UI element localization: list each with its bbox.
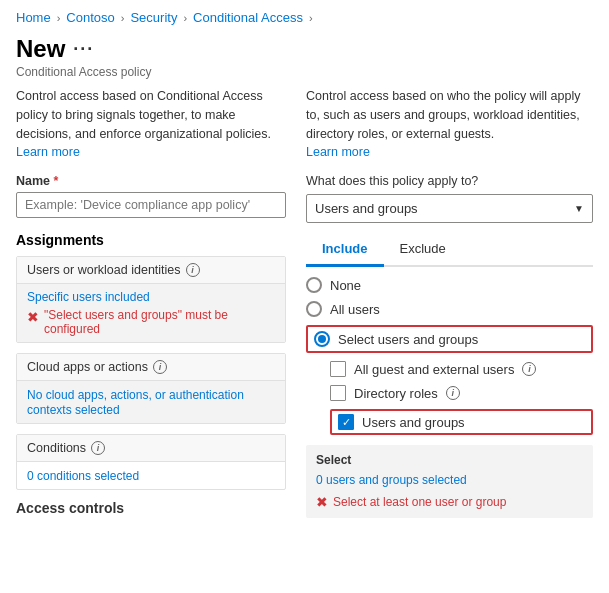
page-title-text: New <box>16 35 65 63</box>
radio-circle-none <box>306 277 322 293</box>
checkbox-guest-external[interactable]: All guest and external users i <box>330 361 593 377</box>
select-error: ✖ Select at least one user or group <box>316 493 583 510</box>
breadcrumb: Home › Contoso › Security › Conditional … <box>0 0 609 31</box>
dropdown-label: What does this policy apply to? <box>306 174 593 188</box>
name-input[interactable] <box>16 192 286 218</box>
conditions-box-body: 0 conditions selected <box>17 462 285 489</box>
dots-menu-button[interactable]: ··· <box>73 39 94 60</box>
policy-applies-dropdown[interactable]: Users and groups ▼ <box>306 194 593 223</box>
radio-select-users-label: Select users and groups <box>338 332 478 347</box>
right-description: Control access based on who the policy w… <box>306 87 593 162</box>
cloud-apps-box-body: No cloud apps, actions, or authenticatio… <box>17 381 285 423</box>
cloud-apps-info-icon[interactable]: i <box>153 360 167 374</box>
breadcrumb-sep-4: › <box>309 12 313 24</box>
select-section: Select 0 users and groups selected ✖ Sel… <box>306 445 593 518</box>
left-panel: Control access based on Conditional Acce… <box>16 87 286 518</box>
select-label: Select <box>316 453 583 467</box>
cloud-apps-text: No cloud apps, actions, or authenticatio… <box>27 388 244 417</box>
checkbox-users-groups[interactable]: Users and groups <box>330 409 593 435</box>
radio-all-users-label: All users <box>330 302 380 317</box>
identities-box: Users or workload identities i Specific … <box>16 256 286 343</box>
cloud-apps-box: Cloud apps or actions i No cloud apps, a… <box>16 353 286 424</box>
assignments-title: Assignments <box>16 232 286 248</box>
tab-exclude[interactable]: Exclude <box>384 235 462 267</box>
checkbox-users-groups-box[interactable] <box>338 414 354 430</box>
breadcrumb-sep-1: › <box>57 12 61 24</box>
right-panel: Control access based on who the policy w… <box>306 87 593 518</box>
identities-box-body: Specific users included ✖ "Select users … <box>17 284 285 342</box>
required-star: * <box>54 174 59 188</box>
checkbox-guest-external-label: All guest and external users <box>354 362 514 377</box>
guest-external-info-icon[interactable]: i <box>522 362 536 376</box>
identities-info-icon[interactable]: i <box>186 263 200 277</box>
directory-roles-info-icon[interactable]: i <box>446 386 460 400</box>
breadcrumb-contoso[interactable]: Contoso <box>66 10 114 25</box>
cloud-apps-box-header[interactable]: Cloud apps or actions i <box>17 354 285 381</box>
error-circle-icon: ✖ <box>27 309 39 325</box>
dropdown-arrow-icon: ▼ <box>574 203 584 214</box>
radio-all-users[interactable]: All users <box>306 301 593 317</box>
checkbox-directory-roles[interactable]: Directory roles i <box>330 385 593 401</box>
identities-box-header[interactable]: Users or workload identities i <box>17 257 285 284</box>
radio-circle-all-users <box>306 301 322 317</box>
checkbox-group: All guest and external users i Directory… <box>330 361 593 435</box>
conditions-info-icon[interactable]: i <box>91 441 105 455</box>
identities-sub: Specific users included <box>27 290 275 304</box>
name-field-label: Name * <box>16 174 286 188</box>
checkbox-guest-external-box[interactable] <box>330 361 346 377</box>
checkbox-users-groups-label: Users and groups <box>362 415 465 430</box>
identities-error-text: "Select users and groups" must be config… <box>44 308 275 336</box>
include-exclude-tabs: Include Exclude <box>306 235 593 267</box>
left-learn-more-link[interactable]: Learn more <box>16 145 80 159</box>
identities-error: ✖ "Select users and groups" must be conf… <box>27 308 275 336</box>
breadcrumb-security[interactable]: Security <box>130 10 177 25</box>
radio-select-users-groups[interactable]: Select users and groups <box>306 325 593 353</box>
breadcrumb-home[interactable]: Home <box>16 10 51 25</box>
radio-none[interactable]: None <box>306 277 593 293</box>
breadcrumb-conditional-access[interactable]: Conditional Access <box>193 10 303 25</box>
checkbox-directory-roles-box[interactable] <box>330 385 346 401</box>
page-header: New ··· Conditional Access policy <box>0 31 609 87</box>
tab-include[interactable]: Include <box>306 235 384 267</box>
checkbox-directory-roles-label: Directory roles <box>354 386 438 401</box>
conditions-box: Conditions i 0 conditions selected <box>16 434 286 490</box>
radio-circle-select-users <box>314 331 330 347</box>
radio-none-label: None <box>330 278 361 293</box>
dropdown-value: Users and groups <box>315 201 418 216</box>
left-description: Control access based on Conditional Acce… <box>16 87 286 162</box>
breadcrumb-sep-2: › <box>121 12 125 24</box>
select-users-link[interactable]: 0 users and groups selected <box>316 473 583 487</box>
select-error-text: Select at least one user or group <box>333 495 506 509</box>
conditions-link[interactable]: 0 conditions selected <box>27 469 139 483</box>
access-controls-title: Access controls <box>16 500 286 516</box>
breadcrumb-sep-3: › <box>183 12 187 24</box>
select-error-icon: ✖ <box>316 494 328 510</box>
right-learn-more-link[interactable]: Learn more <box>306 145 370 159</box>
conditions-box-header[interactable]: Conditions i <box>17 435 285 462</box>
page-subtitle: Conditional Access policy <box>16 65 593 79</box>
